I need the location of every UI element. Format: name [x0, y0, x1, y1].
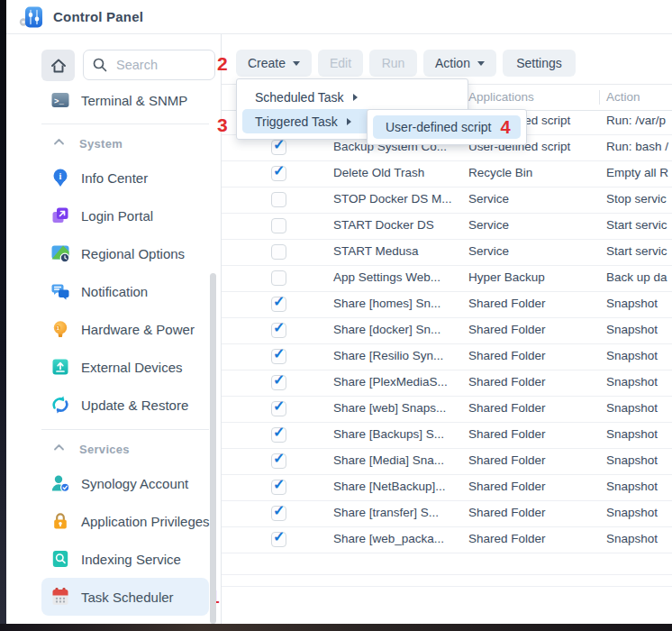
sidebar-item-synology-account[interactable]: Synology Account	[41, 464, 209, 502]
caret-down-icon	[477, 61, 485, 66]
svg-text:1: 1	[57, 325, 59, 331]
sidebar-item-task-scheduler[interactable]: Task Scheduler1	[41, 578, 209, 616]
row-checkbox[interactable]	[271, 192, 286, 207]
sidebar-section-system[interactable]: System	[41, 131, 209, 156]
home-button[interactable]	[41, 50, 75, 81]
sidebar-item-application-privileges[interactable]: Application Privileges	[41, 502, 209, 540]
submenu-arrow-icon	[347, 118, 351, 125]
row-checkbox[interactable]: ✓	[271, 375, 286, 390]
table-row[interactable]: ✓Share [web] Snaps...Shared FolderSnapsh…	[222, 397, 672, 423]
sidebar-section-services[interactable]: Services	[41, 436, 209, 462]
row-checkbox[interactable]: ✓	[271, 506, 286, 521]
sidebar-item-label: External Devices	[81, 360, 183, 375]
column-header-action[interactable]: Action	[606, 90, 640, 104]
table-row[interactable]: ✓Share [docker] Sn...Shared FolderSnapsh…	[222, 318, 672, 344]
sidebar-item-update-restore[interactable]: Update & Restore	[41, 386, 209, 424]
row-checkbox[interactable]: ✓	[271, 532, 286, 547]
button-label: Edit	[330, 56, 351, 70]
row-checkbox[interactable]: ✓	[271, 349, 286, 364]
action-cell: Stop servic	[606, 192, 667, 206]
action-cell: Snapshot	[606, 506, 658, 519]
row-checkbox[interactable]	[271, 270, 286, 286]
sidebar-item-terminal-snmp[interactable]: >_Terminal & SNMP	[41, 81, 209, 119]
check-icon: ✓	[273, 345, 285, 362]
sidebar-item-hardware-power[interactable]: 1Hardware & Power	[41, 310, 209, 348]
row-checkbox[interactable]: ✓	[271, 297, 286, 312]
run-button[interactable]: Run	[369, 50, 417, 77]
check-icon: ✓	[273, 450, 285, 467]
action-cell: Snapshot	[606, 532, 658, 545]
table-row[interactable]: ✓Share [PlexMediaS...Shared FolderSnapsh…	[222, 370, 672, 397]
action-cell: Empty all R	[606, 166, 668, 179]
table-row[interactable]: ✓Share [transfer] S...Shared FolderSnaps…	[222, 501, 672, 527]
edit-button[interactable]: Edit	[318, 50, 363, 77]
create-button[interactable]: Create	[236, 50, 312, 77]
table-row[interactable]: ✓Share [NetBackup]...Shared FolderSnapsh…	[222, 475, 672, 501]
control-panel-app-icon	[19, 5, 43, 29]
action-cell: Snapshot	[606, 453, 658, 467]
update-restore-icon	[50, 395, 70, 415]
action-cell: Snapshot	[606, 375, 658, 389]
table-row[interactable]: ✓Share [web_packa...Shared FolderSnapsho…	[222, 527, 672, 553]
sidebar-item-label: Regional Options	[81, 246, 185, 261]
sidebar: >_Terminal & SNMPSystemiInfo CenterLogin…	[6, 34, 222, 624]
action-cell: Back up da	[606, 270, 667, 284]
button-label: Create	[248, 56, 286, 70]
applications-cell: Service	[468, 192, 509, 206]
applications-cell: Shared Folder	[468, 480, 546, 493]
toolbar: CreateEditRunActionSettings	[236, 50, 576, 77]
row-checkbox[interactable]: ✓	[271, 323, 286, 338]
row-checkbox[interactable]: ✓	[271, 427, 286, 443]
row-checkbox[interactable]	[271, 218, 286, 233]
table-row[interactable]: ✓Share [homes] Sn...Shared FolderSnapsho…	[222, 292, 672, 318]
desktop-edge-bottom	[0, 624, 672, 631]
action-cell: Start servic	[606, 244, 667, 258]
applications-cell: Shared Folder	[468, 401, 546, 415]
row-checkbox[interactable]: ✓	[271, 453, 286, 469]
row-checkbox[interactable]	[271, 244, 286, 260]
row-checkbox[interactable]: ✓	[271, 166, 286, 181]
sidebar-item-indexing-service[interactable]: Indexing Service	[41, 540, 209, 578]
table-row[interactable]: ✓Share [Resilio Syn...Shared FolderSnaps…	[222, 344, 672, 370]
menu-item-scheduled-task[interactable]: Scheduled Task	[242, 85, 462, 109]
table-row[interactable]: START Docker DSServiceStart servic	[222, 214, 672, 240]
action-button[interactable]: Action	[423, 50, 496, 77]
action-cell: Run: bash /	[606, 140, 668, 153]
action-cell: Snapshot	[606, 427, 658, 441]
applications-cell: Shared Folder	[468, 506, 546, 519]
sidebar-item-login-portal[interactable]: Login Portal	[41, 197, 209, 234]
sidebar-scrollbar[interactable]	[210, 273, 216, 624]
chevron-up-icon	[52, 441, 66, 458]
table-row[interactable]: START MedusaServiceStart servic	[222, 240, 672, 266]
table-row[interactable]: App Settings Web...Hyper BackupBack up d…	[222, 266, 672, 292]
table-empty-row-divider	[222, 586, 672, 587]
sidebar-item-label: Hardware & Power	[81, 322, 195, 337]
column-header-applications[interactable]: Applications	[468, 90, 534, 104]
settings-button[interactable]: Settings	[503, 50, 576, 77]
synology-account-icon	[50, 473, 70, 493]
sidebar-item-info-center[interactable]: iInfo Center	[41, 159, 209, 197]
row-checkbox[interactable]: ✓	[271, 401, 286, 416]
menu-item-user-defined-script[interactable]: User-defined script4	[373, 115, 521, 139]
submenu-arrow-icon	[353, 94, 358, 101]
sidebar-item-regional-options[interactable]: Regional Options	[41, 234, 209, 272]
terminal-icon: >_	[50, 90, 70, 110]
table-row[interactable]: ✓Delete Old TrashRecycle BinEmpty all R	[222, 161, 672, 187]
sidebar-item-notification[interactable]: Notification	[41, 272, 209, 310]
sidebar-divider	[41, 429, 209, 430]
action-cell: Snapshot	[606, 297, 658, 310]
action-cell: Snapshot	[606, 349, 658, 362]
row-checkbox[interactable]: ✓	[271, 140, 286, 155]
sidebar-divider	[41, 123, 209, 124]
sidebar-item-label: Notification	[81, 284, 148, 299]
sidebar-item-external-devices[interactable]: External Devices	[41, 348, 209, 386]
login-portal-icon	[50, 206, 70, 225]
sidebar-item-label: Task Scheduler	[81, 590, 174, 605]
row-checkbox[interactable]: ✓	[271, 480, 286, 495]
table-row[interactable]: ✓Share [Media] Sna...Shared FolderSnapsh…	[222, 449, 672, 475]
applications-cell: Hyper Backup	[468, 270, 545, 284]
table-row[interactable]: STOP Docker DS M...ServiceStop servic	[222, 187, 672, 214]
table-row[interactable]: ✓Share [Backups] S...Shared FolderSnapsh…	[222, 423, 672, 449]
search-input[interactable]	[83, 50, 215, 80]
column-divider	[599, 90, 600, 105]
